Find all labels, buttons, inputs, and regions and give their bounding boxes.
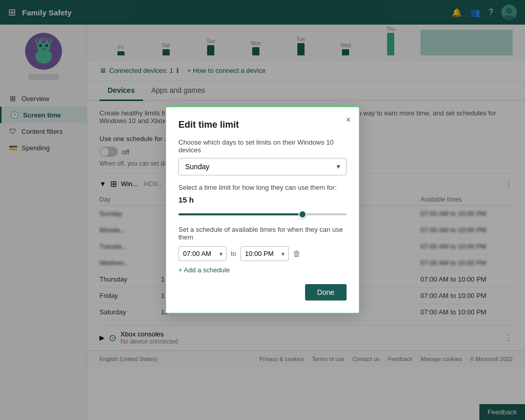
modal-close-button[interactable]: × xyxy=(346,115,351,125)
time-limit-slider[interactable] xyxy=(178,213,347,215)
done-button[interactable]: Done xyxy=(305,284,347,301)
slider-container xyxy=(178,208,347,217)
time-limit-description: Select a time limit for how long they ca… xyxy=(178,184,347,191)
schedule-times-label: Set a schedule of available times for wh… xyxy=(178,226,347,241)
end-time-wrapper: 09:00 PM 09:30 PM 10:00 PM 10:30 PM 11:0… xyxy=(240,246,289,261)
end-time-select[interactable]: 09:00 PM 09:30 PM 10:00 PM 10:30 PM 11:0… xyxy=(240,246,289,261)
day-select-wrapper: Sunday Monday Tuesday Wednesday Thursday… xyxy=(178,158,347,175)
start-time-wrapper: 06:00 AM 06:30 AM 07:00 AM 07:30 AM 08:0… xyxy=(178,246,227,261)
modal-title: Edit time limit xyxy=(178,119,347,130)
time-limit-value: 15 h xyxy=(178,195,347,204)
start-time-select[interactable]: 06:00 AM 06:30 AM 07:00 AM 07:30 AM 08:0… xyxy=(178,246,227,261)
modal-footer: Done xyxy=(178,284,347,301)
time-to-label: to xyxy=(231,250,236,257)
day-select[interactable]: Sunday Monday Tuesday Wednesday Thursday… xyxy=(178,158,347,175)
modal-overlay: × Edit time limit Choose which days to s… xyxy=(0,0,525,420)
time-row: 06:00 AM 06:30 AM 07:00 AM 07:30 AM 08:0… xyxy=(178,246,347,261)
edit-time-limit-modal: × Edit time limit Choose which days to s… xyxy=(165,106,360,314)
delete-schedule-button[interactable]: 🗑 xyxy=(293,249,301,258)
add-schedule-link[interactable]: + Add a schedule xyxy=(178,266,347,274)
days-label: Choose which days to set limits on their… xyxy=(178,138,347,154)
